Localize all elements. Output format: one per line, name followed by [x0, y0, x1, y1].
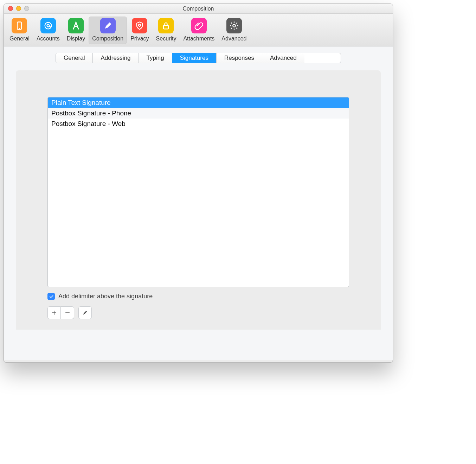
signatures-list[interactable]: Plain Text Signature Postbox Signature -…: [47, 97, 349, 287]
preferences-toolbar: General Accounts Display Composition Pri…: [4, 14, 393, 46]
tab-signatures[interactable]: Signatures: [172, 53, 217, 63]
list-item[interactable]: Postbox Signature - Web: [48, 119, 349, 129]
gear-icon: [226, 18, 242, 33]
toolbar-label: Advanced: [221, 36, 246, 42]
toolbar-item-accounts[interactable]: Accounts: [33, 17, 63, 44]
tab-addressing[interactable]: Addressing: [93, 53, 139, 63]
signatures-panel: Plain Text Signature Postbox Signature -…: [16, 70, 381, 330]
toolbar-item-display[interactable]: Display: [63, 17, 89, 44]
toolbar-label: Display: [67, 36, 85, 42]
add-signature-button[interactable]: [47, 306, 61, 319]
toolbar-label: General: [9, 36, 30, 42]
toolbar-item-privacy[interactable]: Privacy: [127, 17, 152, 44]
remove-signature-button[interactable]: [61, 306, 74, 319]
toolbar-label: Attachments: [183, 36, 214, 42]
svg-point-3: [47, 25, 49, 27]
svg-line-12: [236, 28, 237, 29]
at-icon: [40, 18, 56, 33]
svg-line-14: [236, 23, 237, 24]
zoom-window-button[interactable]: [24, 6, 29, 11]
pencil-icon: [100, 18, 116, 33]
toolbar-item-attachments[interactable]: Attachments: [180, 17, 218, 44]
svg-point-2: [45, 23, 51, 29]
shield-icon: [132, 18, 147, 33]
titlebar: Composition: [4, 4, 393, 14]
svg-point-1: [19, 28, 20, 29]
window-title: Composition: [183, 6, 214, 12]
svg-rect-5: [163, 25, 168, 29]
list-item[interactable]: Plain Text Signature: [48, 97, 349, 108]
close-window-button[interactable]: [8, 6, 13, 11]
edit-signature-button[interactable]: [78, 306, 92, 319]
signature-buttons: [47, 306, 349, 319]
list-item[interactable]: Postbox Signature - Phone: [48, 108, 349, 119]
preferences-window: Composition General Accounts Display Com…: [4, 4, 393, 363]
delimiter-checkbox[interactable]: [47, 293, 55, 300]
preferences-body: General Addressing Typing Signatures Res…: [4, 46, 393, 360]
paperclip-icon: [191, 18, 207, 33]
delimiter-row: Add delimiter above the signature: [47, 293, 349, 300]
toolbar-item-advanced[interactable]: Advanced: [218, 17, 250, 44]
toolbar-label: Composition: [92, 36, 123, 42]
toolbar-label: Privacy: [130, 36, 149, 42]
toolbar-item-security[interactable]: Security: [153, 17, 180, 44]
tab-responses[interactable]: Responses: [217, 53, 262, 63]
tab-typing[interactable]: Typing: [139, 53, 172, 63]
phone-icon: [12, 18, 27, 33]
tab-advanced[interactable]: Advanced: [262, 53, 304, 63]
delimiter-label: Add delimiter above the signature: [58, 293, 153, 300]
svg-line-11: [231, 23, 232, 24]
letter-a-icon: [68, 18, 84, 33]
toolbar-label: Security: [156, 36, 176, 42]
composition-tabs: General Addressing Typing Signatures Res…: [56, 53, 341, 63]
svg-point-6: [233, 24, 235, 27]
svg-point-4: [139, 24, 141, 26]
toolbar-item-general[interactable]: General: [6, 17, 33, 44]
tab-general[interactable]: General: [56, 53, 93, 63]
lock-icon: [158, 18, 174, 33]
toolbar-item-composition[interactable]: Composition: [89, 17, 127, 44]
svg-line-13: [231, 28, 232, 29]
minimize-window-button[interactable]: [16, 6, 21, 11]
toolbar-label: Accounts: [37, 36, 60, 42]
